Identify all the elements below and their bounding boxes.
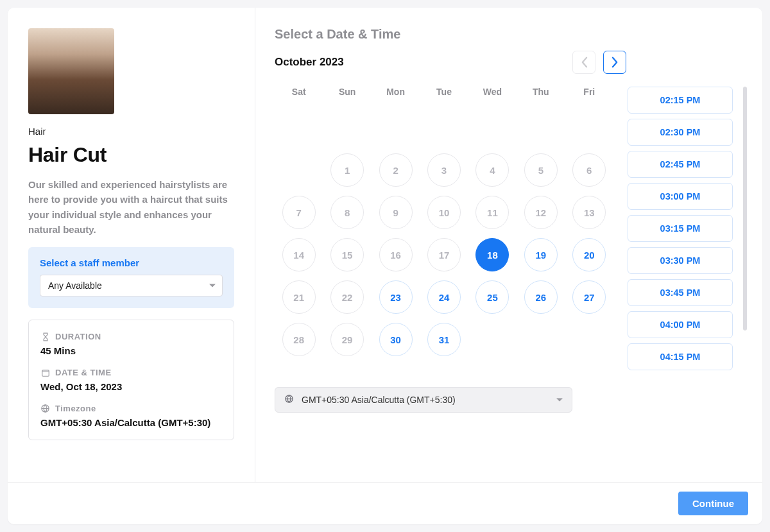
time-slot[interactable]: 02:30 PM (628, 119, 733, 146)
day-unavailable: 8 (330, 196, 364, 229)
timezone-select[interactable]: GMT+05:30 Asia/Calcutta (GMT+5:30) (275, 387, 572, 413)
next-month-button[interactable] (603, 51, 626, 74)
day-cell: 21 (275, 280, 323, 314)
staff-select[interactable]: Any Available (40, 275, 223, 296)
day-empty (572, 323, 606, 356)
day-unavailable: 3 (427, 153, 461, 187)
duration-value: 45 Mins (40, 345, 222, 356)
day-available[interactable]: 27 (572, 280, 606, 314)
day-cell: 19 (517, 238, 565, 271)
day-cell: 11 (468, 196, 517, 229)
caret-down-icon (556, 399, 563, 402)
day-cell: 29 (323, 323, 371, 356)
day-unavailable: 5 (524, 153, 558, 187)
day-cell (565, 111, 613, 144)
time-slot[interactable]: 03:15 PM (628, 215, 733, 242)
day-cell: 27 (565, 280, 613, 314)
chevron-right-icon (612, 56, 619, 68)
timezone-section: Timezone GMT+05:30 Asia/Calcutta (GMT+5:… (40, 404, 222, 428)
day-unavailable: 16 (379, 238, 413, 271)
weekday-label: Sun (323, 87, 371, 97)
globe-icon (284, 394, 294, 406)
day-empty (572, 111, 606, 144)
calendar-area: SatSunMonTueWedThuFri 123456789101112131… (275, 87, 743, 370)
day-empty (475, 111, 509, 144)
day-selected[interactable]: 18 (475, 238, 509, 271)
day-unavailable: 10 (427, 196, 461, 229)
day-cell: 26 (517, 280, 565, 314)
day-cell (323, 111, 371, 144)
day-available[interactable]: 20 (572, 238, 606, 271)
weekday-label: Sat (275, 87, 323, 97)
day-cell (565, 323, 613, 356)
day-empty (524, 111, 558, 144)
timezone-value: GMT+05:30 Asia/Calcutta (GMT+5:30) (40, 417, 222, 428)
day-available[interactable]: 19 (524, 238, 558, 271)
day-cell (372, 111, 420, 144)
datetime-section: DATE & TIME Wed, Oct 18, 2023 (40, 368, 222, 392)
day-available[interactable]: 31 (427, 323, 461, 356)
time-slot[interactable]: 04:00 PM (628, 311, 733, 338)
day-unavailable: 13 (572, 196, 606, 229)
staff-box: Select a staff member Any Available (28, 247, 234, 308)
day-empty (524, 323, 558, 356)
weekday-label: Thu (517, 87, 565, 97)
day-cell: 31 (420, 323, 468, 356)
day-cell: 30 (372, 323, 420, 356)
days-grid: 1234567891011121314151617181920212223242… (275, 111, 613, 356)
month-nav (572, 51, 626, 74)
caret-down-icon (209, 284, 216, 287)
day-cell: 5 (517, 153, 565, 187)
weekday-label: Wed (468, 87, 517, 97)
day-cell: 25 (468, 280, 517, 314)
time-slot[interactable]: 03:30 PM (628, 247, 733, 274)
time-slot[interactable]: 02:45 PM (628, 151, 733, 178)
prev-month-button[interactable] (572, 51, 595, 74)
day-available[interactable]: 30 (379, 323, 413, 356)
service-image (28, 28, 114, 114)
globe-icon (40, 404, 50, 413)
day-cell (420, 111, 468, 144)
time-slot[interactable]: 02:15 PM (628, 87, 733, 114)
day-cell (275, 111, 323, 144)
day-unavailable: 4 (475, 153, 509, 187)
day-unavailable: 2 (379, 153, 413, 187)
time-slot[interactable]: 04:15 PM (628, 343, 733, 370)
service-title: Hair Cut (28, 143, 234, 167)
day-unavailable: 15 (330, 238, 364, 271)
day-available[interactable]: 23 (379, 280, 413, 314)
service-category: Hair (28, 126, 234, 137)
day-unavailable: 1 (330, 153, 364, 187)
left-panel: Hair Hair Cut Our skilled and experience… (8, 8, 255, 482)
day-unavailable: 11 (475, 196, 509, 229)
continue-button[interactable]: Continue (678, 492, 748, 515)
time-slot[interactable]: 03:00 PM (628, 183, 733, 210)
timezone-label-row: Timezone (40, 404, 222, 413)
day-unavailable: 29 (330, 323, 364, 356)
day-unavailable: 28 (282, 323, 316, 356)
day-cell: 7 (275, 196, 323, 229)
scrollbar[interactable] (743, 87, 747, 330)
day-available[interactable]: 25 (475, 280, 509, 314)
timezone-label: Timezone (55, 404, 96, 413)
time-slot[interactable]: 03:45 PM (628, 279, 733, 306)
info-box: DURATION 45 Mins DATE & TIME Wed, Oct 18… (28, 320, 234, 440)
duration-label: DURATION (55, 332, 101, 341)
chevron-left-icon (581, 56, 588, 68)
day-cell (517, 323, 565, 356)
time-slots[interactable]: 02:15 PM02:30 PM02:45 PM03:00 PM03:15 PM… (628, 87, 733, 370)
day-cell: 9 (372, 196, 420, 229)
day-available[interactable]: 24 (427, 280, 461, 314)
day-available[interactable]: 26 (524, 280, 558, 314)
footer: Continue (8, 482, 762, 524)
timezone-selected-value: GMT+05:30 Asia/Calcutta (GMT+5:30) (302, 395, 456, 405)
day-cell: 2 (372, 153, 420, 187)
day-cell: 17 (420, 238, 468, 271)
datetime-label-row: DATE & TIME (40, 368, 222, 377)
day-cell (517, 111, 565, 144)
day-cell: 4 (468, 153, 517, 187)
weekday-label: Fri (565, 87, 613, 97)
day-cell: 3 (420, 153, 468, 187)
day-cell: 20 (565, 238, 613, 271)
day-cell: 1 (323, 153, 371, 187)
